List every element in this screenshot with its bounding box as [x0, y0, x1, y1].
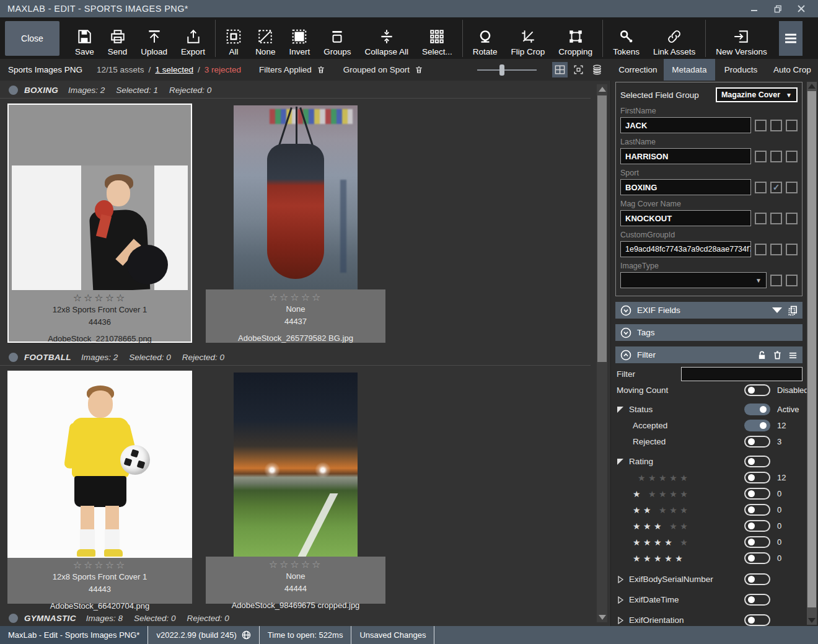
firstname-input[interactable]: JACK: [620, 117, 751, 133]
exif-body-serial-toggle[interactable]: [744, 573, 770, 585]
panel-scrollbar[interactable]: [807, 82, 817, 625]
browser-scrollbar[interactable]: [597, 84, 607, 622]
scroll-down-arrow[interactable]: [808, 618, 816, 623]
filter-text-input[interactable]: [681, 367, 803, 381]
select-none-button[interactable]: None: [248, 20, 282, 56]
field-checkbox-checked[interactable]: ✓: [770, 182, 782, 193]
field-checkbox[interactable]: [770, 213, 782, 224]
moving-count-toggle[interactable]: [744, 384, 770, 396]
trash-icon[interactable]: [773, 350, 782, 360]
select-dialog-button[interactable]: Select...: [415, 20, 459, 56]
scrollbar-thumb[interactable]: [807, 91, 816, 607]
rating-2-toggle[interactable]: [744, 504, 770, 516]
group-select-circle[interactable]: [9, 353, 18, 362]
sport-input[interactable]: BOXING: [620, 179, 751, 195]
scroll-down-arrow[interactable]: [599, 615, 606, 620]
scroll-up-arrow[interactable]: [808, 84, 816, 89]
section-exif-fields[interactable]: EXIF Fields: [615, 302, 803, 319]
asset-card-44437[interactable]: ☆☆☆☆☆ None 44437 AdobeStock_265779582 BG…: [206, 104, 385, 343]
rating-1-toggle[interactable]: [744, 488, 770, 500]
customgroupid-input[interactable]: 1e9acd48fc7743a7a9cd28aae7734f76: [620, 241, 751, 257]
expand-all-icon[interactable]: [772, 307, 782, 313]
clear-grouping-icon[interactable]: [415, 65, 423, 74]
tab-products[interactable]: Products: [715, 59, 767, 81]
close-window-button[interactable]: [792, 2, 811, 15]
field-checkbox[interactable]: [755, 244, 767, 255]
asset-card-44436-selected[interactable]: ☆☆☆☆☆ 12x8 Sports Front Cover 1 44436 Ad…: [7, 104, 192, 343]
exif-orientation-toggle[interactable]: [744, 614, 770, 626]
expander-closed-icon[interactable]: [617, 596, 624, 604]
minimize-button[interactable]: [745, 2, 763, 15]
imagetype-dropdown[interactable]: ▼: [620, 272, 767, 288]
rating-stars[interactable]: ☆☆☆☆☆: [9, 292, 191, 304]
asset-card-44443[interactable]: ☆☆☆☆☆ 12x8 Sports Front Cover 1 44443 Ad…: [7, 371, 192, 604]
slider-thumb[interactable]: [499, 64, 504, 76]
field-checkbox[interactable]: [786, 182, 798, 193]
groups-button[interactable]: Groups: [317, 20, 358, 56]
rating-5-toggle[interactable]: [744, 552, 770, 564]
fit-view-button[interactable]: [571, 62, 586, 77]
rating-3-toggle[interactable]: [744, 520, 770, 532]
accepted-toggle[interactable]: [744, 420, 770, 431]
section-tags[interactable]: Tags: [615, 324, 803, 341]
upload-button[interactable]: Upload: [134, 20, 174, 56]
clear-filters-icon[interactable]: [317, 65, 325, 74]
field-checkbox[interactable]: [755, 120, 767, 131]
field-checkbox[interactable]: [786, 213, 798, 224]
cropping-button[interactable]: Cropping: [552, 20, 599, 56]
field-checkbox[interactable]: [755, 213, 767, 224]
field-checkbox[interactable]: [755, 182, 767, 193]
tokens-button[interactable]: Tokens: [606, 20, 646, 56]
status-toggle[interactable]: [744, 404, 770, 415]
tab-metadata[interactable]: Metadata: [664, 59, 715, 81]
field-checkbox[interactable]: [770, 244, 782, 255]
hamburger-menu-button[interactable]: [779, 21, 803, 56]
asset-card-44444[interactable]: ☆☆☆☆☆ None 44444 AdobeStock_98469675 cro…: [206, 371, 385, 604]
rating-stars[interactable]: ☆☆☆☆☆: [206, 558, 385, 570]
link-assets-button[interactable]: Link Assets: [646, 20, 702, 56]
field-checkbox[interactable]: [755, 151, 767, 162]
close-button[interactable]: Close: [5, 21, 59, 56]
rejected-toggle[interactable]: [744, 436, 770, 448]
field-checkbox[interactable]: [786, 244, 798, 255]
tab-correction[interactable]: Correction: [612, 59, 664, 81]
selected-count-link[interactable]: 1 selected: [155, 65, 193, 74]
expander-closed-icon[interactable]: [617, 617, 624, 624]
rating-4-toggle[interactable]: [744, 536, 770, 548]
field-checkbox[interactable]: [770, 120, 782, 131]
save-button[interactable]: Save: [68, 20, 101, 56]
stack-view-button[interactable]: [589, 62, 605, 77]
mag-cover-name-input[interactable]: KNOCKOUT: [620, 210, 751, 226]
rating-stars[interactable]: ☆☆☆☆☆: [206, 291, 385, 303]
rotate-button[interactable]: Rotate: [466, 20, 504, 56]
section-filter[interactable]: Filter: [615, 346, 803, 363]
rating-0-toggle[interactable]: [744, 472, 770, 483]
scrollbar-thumb[interactable]: [597, 95, 607, 362]
tab-auto-crop[interactable]: Auto Crop: [767, 59, 818, 81]
send-button[interactable]: Send: [101, 20, 134, 56]
rating-stars[interactable]: ☆☆☆☆☆: [7, 559, 192, 571]
lock-open-icon[interactable]: [757, 350, 767, 360]
exif-datetime-toggle[interactable]: [744, 594, 770, 606]
grid-view-button[interactable]: [552, 62, 568, 77]
restore-button[interactable]: [768, 2, 787, 15]
group-select-circle[interactable]: [9, 614, 18, 623]
field-group-dropdown[interactable]: Magazine Cover ▼: [716, 87, 798, 102]
flip-crop-button[interactable]: Flip Crop: [504, 20, 552, 56]
invert-selection-button[interactable]: Invert: [282, 20, 317, 56]
rating-toggle[interactable]: [744, 456, 770, 467]
lastname-input[interactable]: HARRISON: [620, 148, 751, 164]
collapse-all-button[interactable]: Collapse All: [358, 20, 415, 56]
group-select-circle[interactable]: [9, 86, 18, 95]
expander-open-icon[interactable]: [617, 458, 624, 465]
field-checkbox[interactable]: [770, 151, 782, 162]
field-checkbox[interactable]: [770, 275, 782, 286]
filter-list-icon[interactable]: [788, 350, 798, 360]
new-versions-button[interactable]: New Versions: [709, 20, 774, 56]
field-checkbox[interactable]: [786, 275, 798, 286]
export-button[interactable]: Export: [174, 20, 212, 56]
field-checkbox[interactable]: [786, 151, 798, 162]
scroll-up-arrow[interactable]: [599, 87, 606, 92]
thumbnail-zoom-slider[interactable]: [477, 64, 537, 76]
field-checkbox[interactable]: [786, 120, 798, 131]
